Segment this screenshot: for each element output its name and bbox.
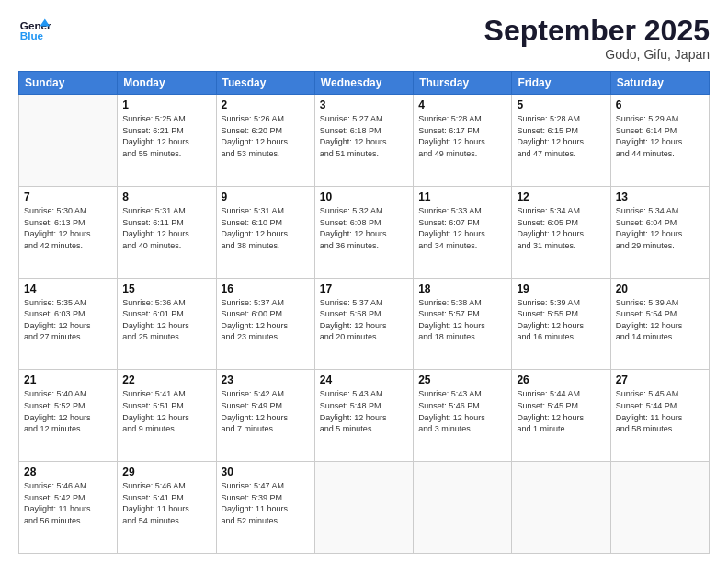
weekday-tuesday: Tuesday (216, 72, 314, 95)
day-number: 18 (418, 282, 506, 295)
calendar-cell: 25Sunrise: 5:43 AM Sunset: 5:46 PM Dayli… (414, 370, 512, 462)
day-number: 11 (418, 190, 506, 203)
day-info: Sunrise: 5:46 AM Sunset: 5:42 PM Dayligh… (24, 480, 112, 526)
day-number: 15 (122, 282, 210, 295)
day-info: Sunrise: 5:29 AM Sunset: 6:14 PM Dayligh… (616, 113, 704, 159)
day-number: 26 (517, 373, 605, 386)
calendar-cell: 22Sunrise: 5:41 AM Sunset: 5:51 PM Dayli… (118, 370, 216, 462)
day-info: Sunrise: 5:28 AM Sunset: 6:15 PM Dayligh… (517, 113, 605, 159)
title-block: September 2025 Godo, Gifu, Japan (484, 15, 710, 62)
day-info: Sunrise: 5:30 AM Sunset: 6:13 PM Dayligh… (24, 205, 112, 251)
day-info: Sunrise: 5:44 AM Sunset: 5:45 PM Dayligh… (517, 388, 605, 434)
weekday-sunday: Sunday (19, 72, 118, 95)
calendar-cell (19, 95, 118, 187)
calendar-cell: 20Sunrise: 5:39 AM Sunset: 5:54 PM Dayli… (610, 278, 709, 370)
calendar-cell: 18Sunrise: 5:38 AM Sunset: 5:57 PM Dayli… (414, 278, 512, 370)
day-number: 29 (122, 465, 210, 478)
day-number: 8 (122, 190, 210, 203)
day-info: Sunrise: 5:42 AM Sunset: 5:49 PM Dayligh… (222, 388, 310, 434)
calendar-cell: 12Sunrise: 5:34 AM Sunset: 6:05 PM Dayli… (512, 186, 610, 278)
month-title: September 2025 (484, 15, 710, 47)
day-info: Sunrise: 5:43 AM Sunset: 5:46 PM Dayligh… (418, 388, 506, 434)
calendar-header: SundayMondayTuesdayWednesdayThursdayFrid… (19, 72, 710, 95)
day-number: 25 (418, 373, 506, 386)
calendar-cell: 15Sunrise: 5:36 AM Sunset: 6:01 PM Dayli… (118, 278, 216, 370)
day-info: Sunrise: 5:39 AM Sunset: 5:54 PM Dayligh… (616, 297, 704, 343)
day-info: Sunrise: 5:32 AM Sunset: 6:08 PM Dayligh… (320, 205, 408, 251)
calendar-cell: 8Sunrise: 5:31 AM Sunset: 6:11 PM Daylig… (118, 186, 216, 278)
day-number: 10 (320, 190, 408, 203)
day-info: Sunrise: 5:34 AM Sunset: 6:05 PM Dayligh… (517, 205, 605, 251)
day-number: 9 (222, 190, 310, 203)
calendar-cell: 11Sunrise: 5:33 AM Sunset: 6:07 PM Dayli… (414, 186, 512, 278)
day-number: 4 (418, 98, 506, 111)
weekday-friday: Friday (512, 72, 610, 95)
calendar: SundayMondayTuesdayWednesdayThursdayFrid… (18, 71, 710, 554)
calendar-cell: 19Sunrise: 5:39 AM Sunset: 5:55 PM Dayli… (512, 278, 610, 370)
calendar-cell (512, 462, 610, 554)
calendar-cell: 5Sunrise: 5:28 AM Sunset: 6:15 PM Daylig… (512, 95, 610, 187)
day-number: 13 (616, 190, 704, 203)
day-info: Sunrise: 5:26 AM Sunset: 6:20 PM Dayligh… (222, 113, 310, 159)
day-number: 22 (122, 373, 210, 386)
calendar-cell (414, 462, 512, 554)
calendar-cell: 26Sunrise: 5:44 AM Sunset: 5:45 PM Dayli… (512, 370, 610, 462)
calendar-cell (314, 462, 413, 554)
day-number: 28 (24, 465, 112, 478)
day-number: 16 (222, 282, 310, 295)
svg-text:Blue: Blue (20, 29, 44, 41)
day-number: 1 (122, 98, 210, 111)
calendar-cell: 13Sunrise: 5:34 AM Sunset: 6:04 PM Dayli… (610, 186, 709, 278)
calendar-cell: 24Sunrise: 5:43 AM Sunset: 5:48 PM Dayli… (314, 370, 413, 462)
calendar-cell: 10Sunrise: 5:32 AM Sunset: 6:08 PM Dayli… (314, 186, 413, 278)
day-number: 14 (24, 282, 112, 295)
day-number: 23 (222, 373, 310, 386)
weekday-wednesday: Wednesday (314, 72, 413, 95)
weekday-monday: Monday (118, 72, 216, 95)
day-number: 12 (517, 190, 605, 203)
day-info: Sunrise: 5:34 AM Sunset: 6:04 PM Dayligh… (616, 205, 704, 251)
calendar-cell: 29Sunrise: 5:46 AM Sunset: 5:41 PM Dayli… (118, 462, 216, 554)
day-info: Sunrise: 5:45 AM Sunset: 5:44 PM Dayligh… (616, 388, 704, 434)
calendar-cell: 16Sunrise: 5:37 AM Sunset: 6:00 PM Dayli… (216, 278, 314, 370)
day-info: Sunrise: 5:41 AM Sunset: 5:51 PM Dayligh… (122, 388, 210, 434)
day-info: Sunrise: 5:37 AM Sunset: 5:58 PM Dayligh… (320, 297, 408, 343)
day-number: 19 (517, 282, 605, 295)
day-info: Sunrise: 5:43 AM Sunset: 5:48 PM Dayligh… (320, 388, 408, 434)
calendar-cell: 30Sunrise: 5:47 AM Sunset: 5:39 PM Dayli… (216, 462, 314, 554)
logo: General Blue (18, 15, 51, 48)
day-info: Sunrise: 5:38 AM Sunset: 5:57 PM Dayligh… (418, 297, 506, 343)
day-number: 5 (517, 98, 605, 111)
day-number: 21 (24, 373, 112, 386)
day-info: Sunrise: 5:37 AM Sunset: 6:00 PM Dayligh… (222, 297, 310, 343)
calendar-cell: 4Sunrise: 5:28 AM Sunset: 6:17 PM Daylig… (414, 95, 512, 187)
day-info: Sunrise: 5:46 AM Sunset: 5:41 PM Dayligh… (122, 480, 210, 526)
location: Godo, Gifu, Japan (484, 47, 710, 62)
day-info: Sunrise: 5:35 AM Sunset: 6:03 PM Dayligh… (24, 297, 112, 343)
calendar-cell: 27Sunrise: 5:45 AM Sunset: 5:44 PM Dayli… (610, 370, 709, 462)
day-info: Sunrise: 5:28 AM Sunset: 6:17 PM Dayligh… (418, 113, 506, 159)
day-number: 7 (24, 190, 112, 203)
day-number: 30 (222, 465, 310, 478)
calendar-cell: 2Sunrise: 5:26 AM Sunset: 6:20 PM Daylig… (216, 95, 314, 187)
day-number: 27 (616, 373, 704, 386)
calendar-cell: 17Sunrise: 5:37 AM Sunset: 5:58 PM Dayli… (314, 278, 413, 370)
calendar-cell: 1Sunrise: 5:25 AM Sunset: 6:21 PM Daylig… (118, 95, 216, 187)
day-number: 3 (320, 98, 408, 111)
day-number: 20 (616, 282, 704, 295)
day-info: Sunrise: 5:36 AM Sunset: 6:01 PM Dayligh… (122, 297, 210, 343)
calendar-cell: 23Sunrise: 5:42 AM Sunset: 5:49 PM Dayli… (216, 370, 314, 462)
calendar-cell (610, 462, 709, 554)
day-info: Sunrise: 5:31 AM Sunset: 6:11 PM Dayligh… (122, 205, 210, 251)
header: General Blue September 2025 Godo, Gifu, … (18, 15, 710, 62)
day-number: 2 (222, 98, 310, 111)
day-info: Sunrise: 5:31 AM Sunset: 6:10 PM Dayligh… (222, 205, 310, 251)
logo-icon: General Blue (18, 15, 51, 48)
calendar-cell: 14Sunrise: 5:35 AM Sunset: 6:03 PM Dayli… (19, 278, 118, 370)
weekday-thursday: Thursday (414, 72, 512, 95)
day-info: Sunrise: 5:40 AM Sunset: 5:52 PM Dayligh… (24, 388, 112, 434)
calendar-cell: 3Sunrise: 5:27 AM Sunset: 6:18 PM Daylig… (314, 95, 413, 187)
day-info: Sunrise: 5:25 AM Sunset: 6:21 PM Dayligh… (122, 113, 210, 159)
day-number: 24 (320, 373, 408, 386)
calendar-cell: 21Sunrise: 5:40 AM Sunset: 5:52 PM Dayli… (19, 370, 118, 462)
